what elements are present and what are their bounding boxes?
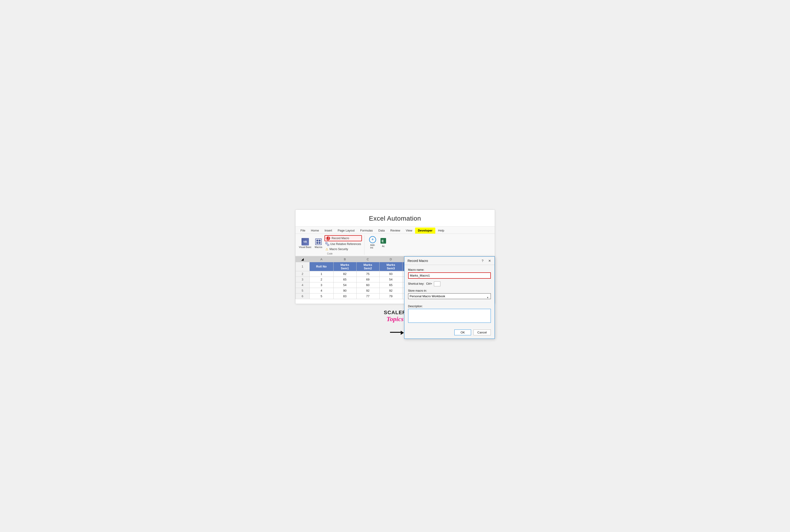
visual-basic-button[interactable]: VB Visual Basic — [298, 237, 313, 249]
shortcut-row: Shortcut key: Ctrl+ — [408, 282, 491, 286]
ribbon-group-addins: + Add-ins E Ac — [368, 235, 391, 250]
macro-security-button[interactable]: ⚠ Macro Security — [324, 247, 362, 251]
col-header-d: D — [379, 256, 402, 262]
ribbon-vb-macros-row: VB Visual Basic Macros — [298, 235, 362, 251]
header-marks-sem3: MarksSem3 — [379, 262, 402, 271]
ok-button[interactable]: OK — [454, 329, 471, 335]
col-header-c: C — [356, 256, 379, 262]
header-marks-sem2: MarksSem2 — [356, 262, 379, 271]
svg-rect-0 — [326, 243, 327, 244]
tab-help[interactable]: Help — [435, 228, 447, 234]
tab-view[interactable]: View — [403, 228, 415, 234]
ctrl-label: Ctrl+ — [426, 282, 432, 285]
page-title: Excel Automation — [296, 210, 495, 226]
cell-b2[interactable]: 82 — [333, 271, 356, 277]
main-container: Excel Automation File Home Insert Page L… — [295, 209, 495, 304]
dialog-titlebar: Record Macro ? ✕ — [405, 256, 494, 265]
record-macro-label: Record Macro — [332, 236, 349, 240]
ribbon-tabs: File Home Insert Page Layout Formulas Da… — [296, 226, 495, 234]
cell-b6[interactable]: 83 — [333, 293, 356, 299]
corner-header: ◢ — [296, 256, 309, 262]
cell-d6[interactable]: 79 — [379, 293, 402, 299]
cell-c4[interactable]: 60 — [356, 282, 379, 288]
shortcut-key-input[interactable] — [434, 282, 440, 286]
macros-label: Macros — [315, 246, 322, 248]
tab-page-layout[interactable]: Page Layout — [335, 228, 357, 234]
cell-b5[interactable]: 90 — [333, 288, 356, 293]
tab-formulas[interactable]: Formulas — [357, 228, 376, 234]
col-header-b: B — [333, 256, 356, 262]
store-label: Store macro in: — [408, 289, 491, 292]
macros-button[interactable]: Macros — [314, 237, 324, 249]
cell-a5[interactable]: 4 — [309, 288, 333, 293]
cell-c2[interactable]: 75 — [356, 271, 379, 277]
warning-icon: ⚠ — [325, 247, 328, 251]
addins-label: Add-ins — [370, 244, 375, 249]
cell-d3[interactable]: 54 — [379, 277, 402, 282]
cell-b4[interactable]: 54 — [333, 282, 356, 288]
cell-c3[interactable]: 69 — [356, 277, 379, 282]
dialog-title: Record Macro — [408, 259, 428, 263]
tab-home[interactable]: Home — [308, 228, 322, 234]
excel-area: ◢ A B C D … 1 Roll No MarksSem1 MarksSem… — [296, 256, 495, 299]
row-header-4: 4 — [296, 282, 309, 288]
row-header-6: 6 — [296, 293, 309, 299]
tab-insert[interactable]: Insert — [322, 228, 335, 234]
header-marks-sem1: MarksSem1 — [333, 262, 356, 271]
cell-a6[interactable]: 5 — [309, 293, 333, 299]
store-macro-in-select[interactable]: Personal Macro Workbook This Workbook Ne… — [408, 293, 491, 299]
tab-file[interactable]: File — [298, 228, 308, 234]
cell-a3[interactable]: 2 — [309, 277, 333, 282]
tab-review[interactable]: Review — [388, 228, 403, 234]
ok-arrow-indicator — [390, 330, 404, 335]
cell-d2[interactable]: 93 — [379, 271, 402, 277]
header-roll-no: Roll No — [309, 262, 333, 271]
tab-developer[interactable]: Developer — [415, 228, 435, 234]
add-ins-icon: + — [369, 236, 376, 243]
dialog-help-button[interactable]: ? — [480, 258, 485, 263]
scaler-title: SCALER — [384, 309, 406, 316]
cell-c6[interactable]: 77 — [356, 293, 379, 299]
shortcut-label: Shortcut key: — [408, 282, 425, 285]
excel-addins-icon: E — [379, 237, 387, 245]
cancel-button[interactable]: Cancel — [473, 329, 491, 335]
tab-data[interactable]: Data — [376, 228, 388, 234]
row-header-3: 3 — [296, 277, 309, 282]
macros-icon — [315, 238, 322, 245]
record-macro-icon — [326, 236, 330, 240]
addins-icon-shape: + — [369, 236, 376, 243]
use-relative-references-button[interactable]: Use Relative References — [324, 242, 362, 246]
add-ins-button[interactable]: + Add-ins — [368, 235, 377, 250]
macro-security-label: Macro Security — [330, 248, 348, 251]
code-group-label: Code — [327, 252, 333, 255]
row-header-5: 5 — [296, 288, 309, 293]
ribbon-toolbar: VB Visual Basic Macros — [296, 234, 495, 256]
cell-c5[interactable]: 92 — [356, 288, 379, 293]
svg-rect-1 — [327, 244, 329, 246]
cell-a4[interactable]: 3 — [309, 282, 333, 288]
visual-basic-icon: VB — [301, 238, 309, 245]
cell-a2[interactable]: 1 — [309, 271, 333, 277]
visual-basic-label: Visual Basic — [299, 246, 312, 248]
cell-d5[interactable]: 92 — [379, 288, 402, 293]
macro-name-label: Macro name: — [408, 268, 491, 271]
dialog-body: Macro name: Shortcut key: Ctrl+ Store ma… — [405, 265, 494, 329]
scaler-topics: Topics — [387, 316, 404, 323]
dialog-close-button[interactable]: ✕ — [487, 258, 492, 263]
macro-name-input[interactable] — [408, 272, 491, 279]
svg-text:E: E — [382, 239, 384, 243]
excel-addins-button[interactable]: E Ac — [378, 236, 388, 248]
description-label: Description: — [408, 305, 491, 308]
cell-b3[interactable]: 65 — [333, 277, 356, 282]
addins-row: + Add-ins E Ac — [368, 235, 388, 250]
description-input[interactable] — [408, 309, 491, 323]
row-header-1: 1 — [296, 262, 309, 271]
record-macro-button[interactable]: Record Macro — [324, 235, 362, 241]
col-header-a: A — [309, 256, 333, 262]
use-relative-icon — [325, 242, 329, 246]
ribbon-side-buttons: Record Macro Use Relative References ⚠ — [324, 235, 362, 251]
ribbon-group-code: VB Visual Basic Macros — [298, 235, 365, 255]
cell-d4[interactable]: 65 — [379, 282, 402, 288]
dialog-footer: OK Cancel — [405, 329, 494, 339]
use-relative-label: Use Relative References — [330, 243, 361, 246]
